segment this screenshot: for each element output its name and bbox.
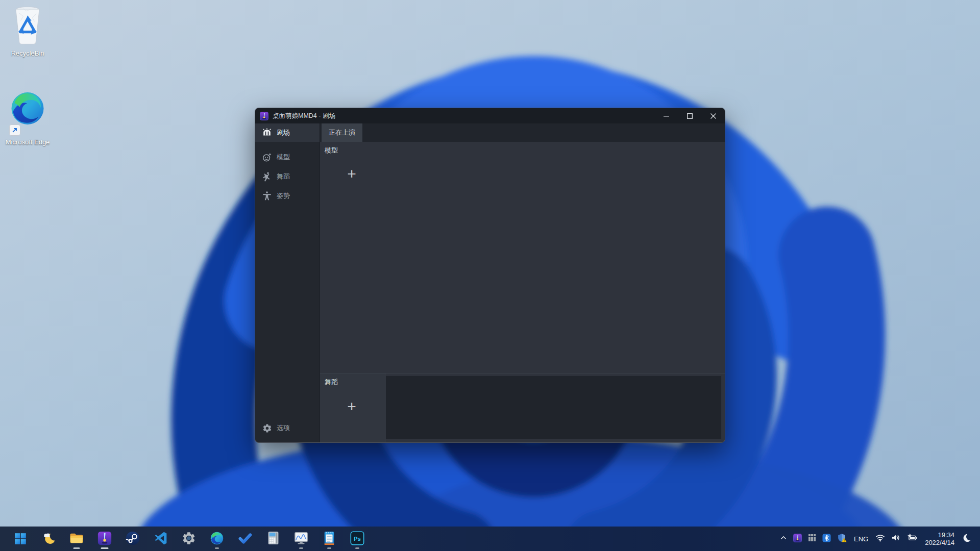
tray-time: 19:34 bbox=[925, 531, 954, 539]
bluetooth-icon bbox=[822, 534, 831, 544]
screen: RecycleBin bbox=[0, 0, 980, 551]
sidebar-item-pose-label: 姿势 bbox=[277, 191, 290, 201]
steam-icon bbox=[126, 531, 140, 547]
mmd-app-window: 桌面萌娘MMD4 - 剧场 bbox=[255, 108, 725, 443]
photoshop-button[interactable]: Ps bbox=[346, 528, 369, 550]
mmd-app-button[interactable] bbox=[93, 528, 116, 550]
speaker-icon bbox=[891, 534, 900, 544]
gear-icon bbox=[262, 423, 272, 433]
desktop-icon-recycle-bin[interactable]: RecycleBin bbox=[5, 4, 50, 58]
dance-list-panel bbox=[385, 375, 722, 439]
shield-warning-icon bbox=[837, 533, 847, 545]
tray-show-hidden[interactable] bbox=[777, 528, 790, 550]
mmd-tray-icon bbox=[793, 534, 802, 544]
system-tray: ENG bbox=[777, 528, 980, 550]
tab-now-playing[interactable]: 正在上演 bbox=[322, 123, 362, 142]
calculator-button[interactable] bbox=[262, 528, 284, 550]
edge-icon bbox=[210, 531, 224, 547]
notepad-button[interactable] bbox=[318, 528, 340, 550]
tray-grid-app[interactable] bbox=[805, 528, 819, 550]
calculator-icon bbox=[266, 531, 280, 547]
tray-bluetooth[interactable] bbox=[819, 528, 834, 550]
running-indicator bbox=[355, 547, 359, 549]
sidebar-item-pose[interactable]: 姿势 bbox=[255, 186, 320, 206]
sidebar-item-model-label: 模型 bbox=[277, 153, 290, 162]
sidebar-item-options[interactable]: 选项 bbox=[255, 418, 320, 438]
moon-icon bbox=[962, 533, 971, 544]
notepad-icon bbox=[323, 531, 336, 547]
dance-panel: 舞蹈 + bbox=[320, 373, 385, 442]
desktop-icon-edge[interactable]: Microsoft Edge bbox=[5, 90, 50, 146]
dancer-icon bbox=[262, 171, 272, 182]
task-manager-button[interactable] bbox=[290, 528, 312, 550]
sidebar-item-options-label: 选项 bbox=[277, 423, 290, 433]
moon-cloud-icon bbox=[41, 531, 56, 547]
face-model-icon bbox=[262, 152, 272, 162]
main-panel: 正在上演 模型 + 舞蹈 + bbox=[320, 123, 725, 442]
edge-icon bbox=[9, 90, 46, 137]
sidebar-item-theater[interactable]: 剧场 bbox=[255, 123, 320, 142]
tray-wifi[interactable] bbox=[872, 528, 888, 550]
mmd-app-icon bbox=[97, 531, 112, 547]
start-button[interactable] bbox=[9, 528, 32, 550]
widgets-weather-button[interactable] bbox=[37, 528, 60, 550]
sidebar-item-theater-label: 剧场 bbox=[277, 128, 290, 137]
chevron-up-icon bbox=[780, 534, 787, 543]
tray-battery[interactable] bbox=[903, 528, 921, 550]
running-indicator bbox=[327, 547, 331, 549]
add-dance-button[interactable]: + bbox=[344, 399, 360, 415]
shortcut-arrow-icon bbox=[9, 124, 20, 136]
app-icon bbox=[260, 112, 268, 120]
window-title: 桌面萌娘MMD4 - 剧场 bbox=[273, 112, 654, 120]
window-controls bbox=[654, 108, 725, 123]
vscode-button[interactable] bbox=[150, 528, 172, 550]
settings-gear-icon bbox=[182, 531, 196, 547]
settings-button[interactable] bbox=[178, 528, 200, 550]
sidebar-item-dance-label: 舞蹈 bbox=[277, 172, 290, 181]
running-indicator bbox=[101, 547, 109, 549]
titlebar[interactable]: 桌面萌娘MMD4 - 剧场 bbox=[255, 108, 725, 123]
recycle-bin-label: RecycleBin bbox=[5, 49, 50, 58]
add-model-button[interactable]: + bbox=[344, 166, 360, 183]
tray-volume[interactable] bbox=[888, 528, 903, 550]
edge-label: Microsoft Edge bbox=[5, 138, 50, 146]
pose-icon bbox=[262, 191, 272, 201]
minimize-button[interactable] bbox=[654, 108, 678, 123]
tray-date: 2022/4/14 bbox=[925, 539, 954, 547]
todo-button[interactable] bbox=[234, 528, 256, 550]
tray-night-mode[interactable] bbox=[959, 528, 974, 550]
performance-monitor-icon bbox=[293, 531, 309, 547]
theater-icon bbox=[262, 128, 272, 138]
sidebar-group: 模型 舞蹈 bbox=[255, 147, 320, 206]
wifi-icon bbox=[875, 534, 885, 544]
dance-panel-title: 舞蹈 bbox=[325, 378, 338, 387]
grid-icon bbox=[808, 534, 816, 544]
checkmark-icon bbox=[237, 531, 253, 547]
running-indicator bbox=[215, 547, 219, 549]
model-panel-title: 模型 bbox=[325, 146, 338, 155]
maximize-button[interactable] bbox=[678, 108, 701, 123]
file-explorer-button[interactable] bbox=[65, 528, 88, 550]
photoshop-icon: Ps bbox=[350, 531, 364, 547]
recycle-bin-icon bbox=[10, 4, 45, 48]
tray-clock[interactable]: 19:34 2022/4/14 bbox=[921, 528, 959, 550]
folder-icon bbox=[69, 532, 84, 546]
edge-taskbar-button[interactable] bbox=[206, 528, 228, 550]
tab-bar: 正在上演 bbox=[320, 123, 725, 142]
tray-mmd-app[interactable] bbox=[790, 528, 805, 550]
svg-text:Ps: Ps bbox=[354, 535, 361, 541]
battery-charging-icon bbox=[906, 534, 918, 544]
steam-button[interactable] bbox=[121, 528, 144, 550]
sidebar-item-model[interactable]: 模型 bbox=[255, 147, 320, 167]
running-indicator bbox=[74, 547, 80, 549]
dance-section: 舞蹈 + bbox=[320, 373, 725, 442]
tray-security[interactable] bbox=[834, 528, 850, 550]
running-indicator bbox=[299, 547, 303, 549]
model-panel: 模型 + bbox=[320, 142, 725, 373]
sidebar-item-dance[interactable]: 舞蹈 bbox=[255, 167, 320, 186]
close-button[interactable] bbox=[701, 108, 725, 123]
sidebar: 剧场 模型 bbox=[255, 123, 320, 442]
vscode-icon bbox=[154, 531, 168, 547]
tray-language[interactable]: ENG bbox=[850, 528, 872, 550]
taskbar: Ps bbox=[0, 527, 980, 551]
